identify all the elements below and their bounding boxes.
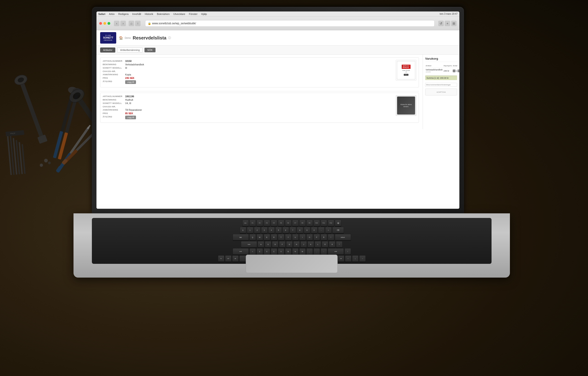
menu-innehall[interactable]: Innehåll [132,13,141,15]
key-a[interactable]: A [258,241,264,248]
key-arrow-up[interactable]: ↑ [345,248,351,255]
home-button[interactable]: ⌂ [129,21,134,26]
key-v[interactable]: V [278,248,284,255]
info-icon[interactable]: ⓘ [168,36,171,40]
new-tab-button[interactable]: + [445,21,450,26]
menu-redigera[interactable]: Redigera [118,13,129,15]
key-tab[interactable]: tab [233,234,249,240]
key-s[interactable]: S [265,241,271,248]
key-period[interactable]: . [314,248,320,255]
refresh-button[interactable]: ↺ [438,21,444,26]
key-f5[interactable]: F5 [278,220,284,226]
minimize-button[interactable] [103,22,106,25]
key-f6[interactable]: F6 [285,220,292,226]
key-4[interactable]: 4 [268,227,275,233]
key-0[interactable]: 0 [311,227,317,233]
menu-fonster[interactable]: Fönster [189,13,197,15]
tab-artikelnr[interactable]: Artikelnr [100,47,115,52]
key-9[interactable]: 9 [304,227,310,233]
key-b[interactable]: B [285,248,292,255]
product-1-image[interactable]: SERVICEMANUAL Saab SonettIII Klicka [396,60,416,81]
key-8[interactable]: 8 [297,227,303,233]
key-oe[interactable]: Ö [322,241,328,248]
key-backspace[interactable]: ⌫ [332,227,344,233]
key-1[interactable]: 1 [247,227,253,233]
key-ae[interactable]: Ä [329,241,335,248]
menu-historik[interactable]: Historik [145,13,153,15]
key-h[interactable]: H [293,241,300,248]
key-backtick[interactable]: § [240,227,246,233]
menu-safari[interactable]: Safari [98,13,105,15]
qty-decrease[interactable]: - [453,70,456,72]
key-ctrl[interactable]: ctrl [225,255,231,262]
key-asterisk[interactable]: * [336,241,342,248]
key-2[interactable]: 2 [254,227,261,233]
menu-hjalp[interactable]: Hjälp [201,13,207,15]
key-power[interactable]: ⏻ [335,220,341,226]
key-fn[interactable]: fn [218,255,224,262]
key-arrow-left[interactable]: ← [345,255,351,262]
key-7[interactable]: 7 [290,227,296,233]
key-k[interactable]: K [307,241,314,248]
key-f1[interactable]: F1 [250,220,256,226]
key-6[interactable]: 6 [283,227,289,233]
forward-button[interactable]: › [120,21,126,26]
key-y[interactable]: Y [285,234,292,240]
grid-button[interactable]: ⊞ [451,21,457,26]
key-l[interactable]: L [315,241,321,248]
key-f8[interactable]: F8 [299,220,306,226]
key-bracket[interactable]: ^ [328,234,334,240]
key-arrow-right[interactable]: → [359,255,366,262]
key-m[interactable]: M [299,248,306,255]
key-enter-top[interactable]: return [335,234,351,240]
trackpad[interactable] [246,255,338,273]
key-f3[interactable]: F3 [264,220,270,226]
key-aa[interactable]: Å [321,234,327,240]
key-f7[interactable]: F7 [292,220,299,226]
key-3[interactable]: 3 [261,227,268,233]
key-f11[interactable]: F11 [321,220,327,226]
address-bar[interactable]: 🔒 www.sonettclub.se/wp_se/webbutik/ [145,20,435,27]
key-j[interactable]: J [300,241,307,248]
qty-increase[interactable]: + [457,70,459,72]
key-minus[interactable]: - [318,227,325,233]
key-comma[interactable]: , [306,248,313,255]
share-button[interactable]: ↑ [135,21,141,26]
key-g[interactable]: G [286,241,293,248]
key-i[interactable]: I [299,234,306,240]
key-t[interactable]: T [278,234,284,240]
comments-input[interactable] [425,83,457,87]
key-esc[interactable]: esc [242,220,249,226]
key-5[interactable]: 5 [275,227,282,233]
key-f2[interactable]: F2 [257,220,263,226]
key-q[interactable]: Q [250,234,256,240]
key-f4[interactable]: F4 [271,220,277,226]
product-2-image[interactable]: Klicka för större version. [396,95,416,116]
close-button[interactable] [99,22,102,25]
tab-artikelbenamning[interactable]: Artikelbenämning [117,47,143,52]
menu-utvecklare[interactable]: Utvecklare [174,13,185,15]
key-f12[interactable]: F12 [328,220,334,226]
key-p[interactable]: P [314,234,320,240]
key-n[interactable]: N [292,248,299,255]
key-shift-right[interactable]: shift [328,248,344,255]
key-u[interactable]: U [292,234,299,240]
key-equals[interactable]: = [325,227,332,233]
search-button[interactable]: SÖK [144,48,155,52]
key-f[interactable]: F [279,241,285,248]
key-shift-left[interactable]: shift [233,248,249,255]
back-button[interactable]: ‹ [114,21,120,26]
key-o[interactable]: O [306,234,313,240]
key-f10[interactable]: F10 [314,220,320,226]
key-x[interactable]: X [264,248,270,255]
lagg-till-button-2[interactable]: Lägg till [125,116,136,119]
key-option-left[interactable]: alt [232,255,239,262]
key-r[interactable]: R [271,234,277,240]
site-logo[interactable]: CLUB SONETT SWEDEN [100,32,116,44]
click-larger-version[interactable]: Klicka för större version. [397,96,415,115]
sm-clicklink[interactable]: Klicka [404,74,408,76]
home-icon[interactable]: 🏠 [119,36,123,40]
key-w[interactable]: W [257,234,263,240]
key-caps[interactable]: caps [241,241,257,248]
key-arrow-down[interactable]: ↓ [352,255,359,262]
